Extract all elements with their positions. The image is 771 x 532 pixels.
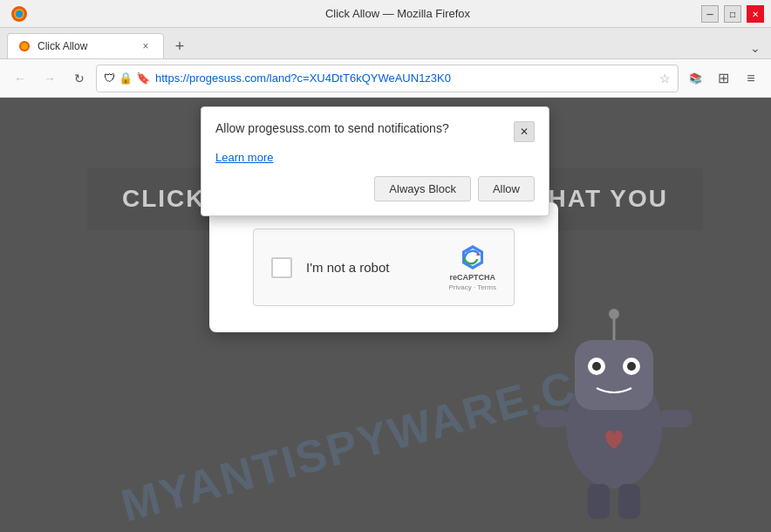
always-block-button[interactable]: Always Block	[374, 176, 471, 201]
learn-more-link[interactable]: Learn more	[215, 151, 535, 164]
back-button[interactable]: ←	[7, 65, 33, 92]
close-button[interactable]: ✕	[747, 5, 764, 23]
browser-window: Click Allow — Mozilla Firefox ─ □ ✕ Clic…	[0, 0, 771, 532]
url-display: https://progesuss.com/land?c=XU4DtT6kQYW…	[155, 72, 654, 85]
tab-favicon	[18, 40, 31, 52]
svg-point-10	[627, 362, 636, 371]
tab-title: Click Allow	[38, 40, 132, 52]
maximize-button[interactable]: □	[724, 5, 741, 23]
svg-rect-16	[618, 484, 640, 519]
recaptcha-logo: reCAPTCHA Privacy · Terms	[448, 243, 496, 291]
menu-button[interactable]: ≡	[738, 65, 764, 92]
tab-close-button[interactable]: ×	[139, 39, 153, 53]
forward-button[interactable]: →	[37, 65, 63, 92]
minimize-button[interactable]: ─	[701, 5, 719, 23]
list-all-tabs-button[interactable]: ⌄	[747, 38, 764, 58]
svg-point-2	[16, 10, 23, 17]
lock-icon: 🔒	[119, 72, 133, 85]
tab-bar: Click Allow × + ⌄	[0, 28, 771, 59]
svg-rect-14	[658, 410, 693, 427]
active-tab[interactable]: Click Allow ×	[7, 33, 164, 58]
container-button[interactable]: 📚	[682, 65, 708, 92]
notification-dialog: Allow progesuss.com to send notification…	[201, 106, 549, 216]
dialog-buttons: Always Block Allow	[215, 176, 535, 201]
captcha-privacy: Privacy · Terms	[448, 283, 496, 291]
extensions-button[interactable]: ⊞	[710, 65, 736, 92]
window-controls: ─ □ ✕	[701, 5, 764, 23]
nav-bar: ← → ↻ 🛡 🔒 🔖 https://progesuss.com/land?c…	[0, 59, 771, 98]
firefox-icon	[10, 5, 28, 23]
recaptcha-brand: reCAPTCHA	[449, 273, 495, 282]
svg-rect-6	[575, 340, 653, 410]
dialog-title: Allow progesuss.com to send notification…	[215, 121, 507, 135]
svg-point-12	[609, 309, 619, 319]
svg-rect-13	[536, 410, 570, 427]
captcha-checkbox[interactable]	[271, 257, 292, 278]
captcha-label: I'm not a robot	[306, 260, 434, 275]
allow-button[interactable]: Allow	[478, 176, 535, 201]
address-bar[interactable]: 🛡 🔒 🔖 https://progesuss.com/land?c=XU4Dt…	[96, 65, 679, 92]
window-title: Click Allow — Mozilla Firefox	[35, 7, 761, 20]
title-bar: Click Allow — Mozilla Firefox ─ □ ✕	[0, 0, 771, 28]
bookmark-icon: 🔖	[136, 72, 150, 85]
bookmark-star-button[interactable]: ☆	[659, 72, 671, 85]
dialog-close-button[interactable]: ✕	[514, 121, 535, 142]
address-security-icons: 🛡 🔒 🔖	[104, 72, 150, 85]
reload-button[interactable]: ↻	[66, 65, 92, 92]
shield-icon: 🛡	[104, 72, 115, 85]
captcha-widget: I'm not a robot reCAPTCHA Privacy · Term…	[253, 228, 515, 306]
nav-actions: 📚 ⊞ ≡	[682, 65, 764, 92]
new-tab-button[interactable]: +	[167, 34, 192, 58]
captcha-card: I'm not a robot reCAPTCHA Privacy · Term…	[209, 202, 558, 332]
svg-point-9	[592, 362, 601, 371]
svg-rect-15	[588, 484, 610, 519]
page-content: MYANTISPYWARE.COM CLICK «ALLOW» TO CONFI…	[0, 98, 771, 532]
tab-bar-end: ⌄	[192, 38, 764, 58]
dialog-header: Allow progesuss.com to send notification…	[215, 121, 535, 142]
svg-point-4	[21, 43, 28, 50]
